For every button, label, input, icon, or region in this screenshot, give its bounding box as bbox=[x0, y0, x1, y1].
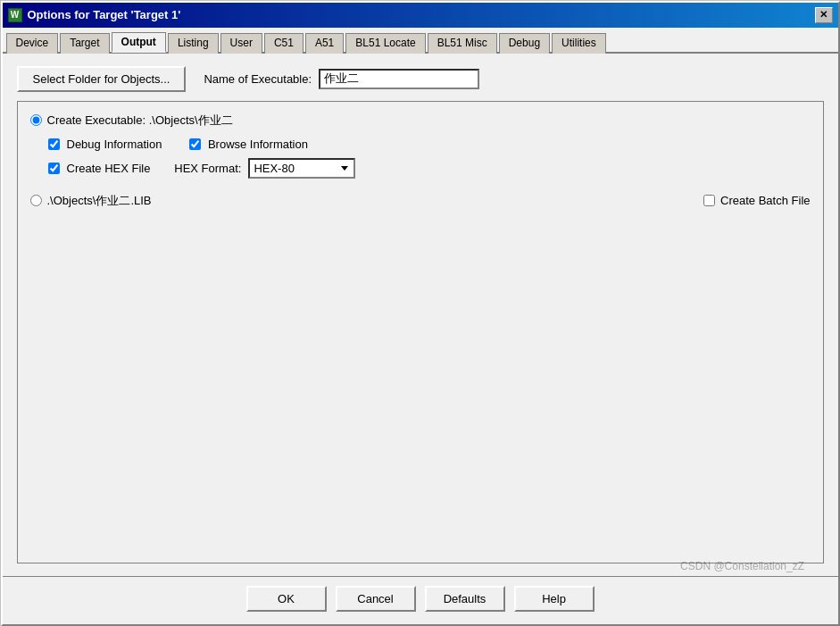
title-bar-left: W Options for Target 'Target 1' bbox=[8, 8, 181, 22]
create-hex-checkbox[interactable] bbox=[48, 163, 60, 174]
lib-path-label: .\Objects\作业二.LIB bbox=[47, 193, 152, 209]
name-row: Name of Executable: bbox=[204, 69, 479, 89]
create-hex-label: Create HEX File bbox=[67, 162, 151, 175]
debug-information-checkbox[interactable] bbox=[48, 138, 60, 150]
main-window: W Options for Target 'Target 1' ✕ Device… bbox=[1, 1, 840, 626]
ok-button[interactable]: OK bbox=[246, 586, 327, 612]
bottom-buttons: OK Cancel Defaults Help bbox=[3, 576, 838, 624]
debug-information-label: Debug Information bbox=[67, 138, 162, 151]
name-of-executable-input[interactable] bbox=[319, 69, 479, 89]
select-folder-button[interactable]: Select Folder for Objects... bbox=[17, 66, 187, 92]
tab-bl51-misc[interactable]: BL51 Misc bbox=[428, 33, 497, 54]
group-box: Create Executable: .\Objects\作业二 Debug I… bbox=[17, 101, 824, 563]
top-row: Select Folder for Objects... Name of Exe… bbox=[17, 66, 824, 92]
tab-debug[interactable]: Debug bbox=[499, 33, 550, 54]
lib-radio[interactable] bbox=[30, 195, 42, 206]
tab-listing[interactable]: Listing bbox=[168, 33, 219, 54]
content-area: Select Folder for Objects... Name of Exe… bbox=[3, 54, 838, 576]
window-title: Options for Target 'Target 1' bbox=[28, 8, 181, 21]
create-executable-row: Create Executable: .\Objects\作业二 bbox=[30, 113, 811, 129]
tab-bar: Device Target Output Listing User C51 A5… bbox=[3, 28, 838, 54]
name-of-executable-label: Name of Executable: bbox=[204, 72, 312, 86]
tab-user[interactable]: User bbox=[220, 33, 262, 54]
help-button[interactable]: Help bbox=[514, 586, 595, 612]
tab-c51[interactable]: C51 bbox=[264, 33, 304, 54]
hex-format-label: HEX Format: bbox=[174, 162, 241, 175]
tab-output[interactable]: Output bbox=[112, 32, 166, 53]
create-executable-radio[interactable] bbox=[30, 114, 42, 126]
debug-information-row: Debug Information Browse Information bbox=[48, 138, 811, 151]
tab-target[interactable]: Target bbox=[60, 33, 109, 54]
browse-information-checkbox[interactable] bbox=[189, 138, 201, 150]
create-batch-label: Create Batch File bbox=[720, 194, 810, 207]
lib-left: .\Objects\作业二.LIB bbox=[30, 193, 152, 209]
defaults-button[interactable]: Defaults bbox=[425, 586, 505, 612]
close-button[interactable]: ✕ bbox=[815, 7, 833, 23]
tab-a51[interactable]: A51 bbox=[305, 33, 344, 54]
lib-row: .\Objects\作业二.LIB Create Batch File bbox=[30, 193, 811, 209]
app-icon: W bbox=[8, 8, 22, 22]
hex-format-select[interactable]: HEX-80 HEX-386 bbox=[248, 158, 355, 179]
create-batch-checkbox[interactable] bbox=[703, 195, 715, 206]
tab-utilities[interactable]: Utilities bbox=[552, 33, 606, 54]
tab-bl51-locate[interactable]: BL51 Locate bbox=[345, 33, 425, 54]
browse-information-label: Browse Information bbox=[208, 138, 308, 151]
hex-row: Create HEX File HEX Format: HEX-80 HEX-3… bbox=[48, 158, 811, 179]
tab-device[interactable]: Device bbox=[6, 33, 59, 54]
lib-right: Create Batch File bbox=[703, 194, 810, 207]
cancel-button[interactable]: Cancel bbox=[336, 586, 416, 612]
title-bar: W Options for Target 'Target 1' ✕ bbox=[3, 3, 838, 28]
create-executable-label: Create Executable: .\Objects\作业二 bbox=[47, 113, 233, 129]
